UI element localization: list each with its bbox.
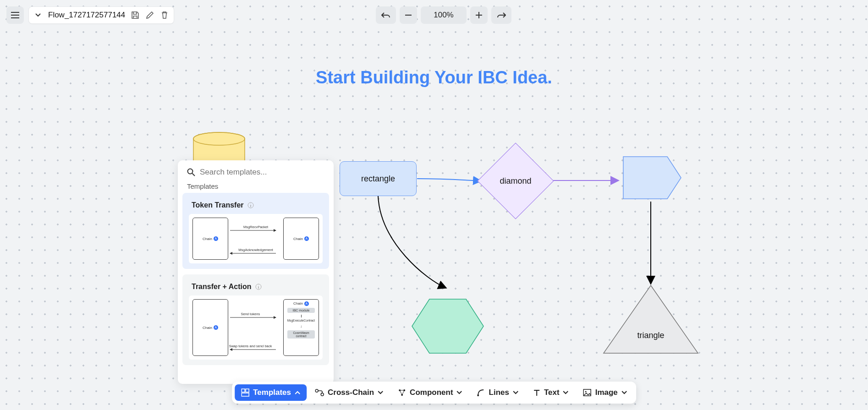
canvas-title: Start Building Your IBC Idea. bbox=[316, 68, 552, 87]
shape-diamond[interactable]: diamond bbox=[489, 154, 543, 208]
template-preview: ChainA ChainA MsgRecvPacket MsgAcknowled… bbox=[189, 214, 323, 263]
file-name[interactable]: Flow_1727172577144 bbox=[48, 11, 125, 20]
chevron-down-icon bbox=[457, 390, 462, 395]
search-icon bbox=[187, 168, 195, 176]
file-bar: Flow_1727172577144 bbox=[28, 6, 174, 24]
shape-diamond-label: diamond bbox=[500, 176, 531, 186]
bottom-toolbar: Templates Cross-Chain Component Lines Te… bbox=[232, 382, 636, 404]
pencil-icon bbox=[146, 11, 154, 19]
chevron-down-icon bbox=[621, 390, 627, 395]
svg-rect-5 bbox=[242, 389, 245, 392]
shape-triangle[interactable]: triangle bbox=[603, 284, 699, 354]
shape-arrow[interactable]: arrow bbox=[622, 156, 682, 200]
chevron-down-icon bbox=[378, 390, 383, 395]
chevron-down-icon bbox=[513, 390, 518, 395]
text-icon bbox=[533, 389, 540, 396]
chevron-down-icon bbox=[35, 13, 41, 17]
template-card-token-transfer[interactable]: Token Transfer ChainA ChainA MsgRecvPack… bbox=[182, 193, 329, 269]
svg-rect-6 bbox=[246, 389, 249, 392]
menu-icon bbox=[11, 12, 19, 18]
toolbar-templates[interactable]: Templates bbox=[235, 384, 307, 401]
edit-button[interactable] bbox=[145, 11, 154, 20]
chevron-up-icon bbox=[295, 390, 300, 395]
templates-section-label: Templates bbox=[178, 182, 334, 193]
svg-point-13 bbox=[478, 394, 479, 396]
shape-rectangle[interactable]: rectangle bbox=[340, 161, 417, 196]
save-button[interactable] bbox=[131, 11, 140, 20]
template-title: Transfer + Action bbox=[192, 283, 252, 291]
info-icon bbox=[247, 202, 254, 208]
zoom-out-button[interactable] bbox=[400, 6, 417, 24]
lines-icon bbox=[477, 388, 485, 397]
redo-button[interactable] bbox=[491, 6, 511, 24]
delete-button[interactable] bbox=[160, 11, 169, 20]
toolbar-image[interactable]: Image bbox=[577, 384, 633, 401]
search-templates-input[interactable] bbox=[200, 168, 326, 177]
component-icon bbox=[398, 388, 406, 397]
templates-icon bbox=[241, 388, 249, 397]
plus-icon bbox=[476, 12, 482, 18]
cross-chain-icon bbox=[315, 388, 324, 397]
template-title: Token Transfer bbox=[192, 201, 244, 209]
zoom-in-button[interactable] bbox=[470, 6, 488, 24]
svg-point-15 bbox=[585, 391, 587, 393]
info-icon bbox=[255, 284, 262, 290]
toolbar-component[interactable]: Component bbox=[391, 384, 468, 401]
chevron-down-icon bbox=[563, 390, 569, 395]
undo-icon bbox=[381, 12, 390, 18]
zoom-level[interactable]: 100% bbox=[421, 6, 467, 24]
trash-icon bbox=[161, 11, 168, 19]
undo-button[interactable] bbox=[376, 6, 396, 24]
templates-popover: Templates Token Transfer ChainA ChainA M… bbox=[178, 160, 334, 384]
toolbar-lines[interactable]: Lines bbox=[471, 384, 525, 401]
file-dropdown[interactable] bbox=[33, 11, 43, 20]
redo-icon bbox=[497, 12, 506, 18]
toolbar-cross-chain[interactable]: Cross-Chain bbox=[308, 384, 390, 401]
menu-button[interactable] bbox=[6, 6, 24, 24]
image-icon bbox=[583, 389, 592, 396]
svg-point-2 bbox=[188, 169, 193, 174]
shape-hexagon[interactable]: hexagon bbox=[411, 298, 484, 354]
shape-triangle-label: triangle bbox=[637, 331, 664, 340]
template-preview: ChainA ChainA IBC module MsgExecuteContr… bbox=[189, 295, 323, 360]
svg-rect-7 bbox=[242, 393, 249, 396]
save-icon bbox=[131, 11, 139, 19]
template-card-transfer-action[interactable]: Transfer + Action ChainA ChainA IBC modu… bbox=[182, 274, 329, 365]
minus-icon bbox=[405, 15, 412, 16]
svg-point-8 bbox=[315, 389, 318, 392]
toolbar-text[interactable]: Text bbox=[527, 384, 575, 401]
shape-rectangle-label: rectangle bbox=[361, 174, 395, 184]
templates-list[interactable]: Token Transfer ChainA ChainA MsgRecvPack… bbox=[178, 193, 334, 384]
